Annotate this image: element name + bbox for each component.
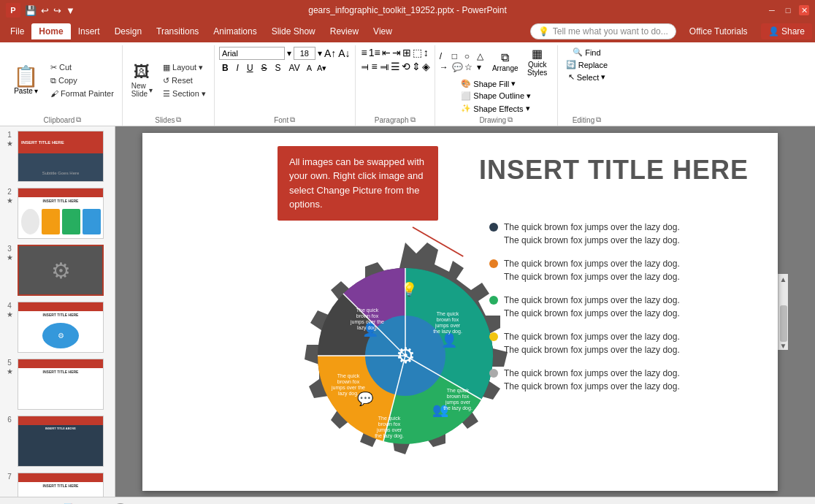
- triangle-shape[interactable]: △: [477, 51, 489, 61]
- align-center-button[interactable]: ≡: [372, 61, 378, 72]
- slide-canvas[interactable]: All images can be swapped with your own.…: [142, 133, 778, 491]
- align-text-button[interactable]: ⇕: [412, 61, 421, 72]
- find-button[interactable]: 🔍 Find: [569, 47, 604, 58]
- replace-button[interactable]: 🔄 Replace: [562, 59, 611, 70]
- paste-button[interactable]: 📋 Paste ▾: [7, 65, 45, 96]
- more-shapes[interactable]: ▾: [477, 62, 489, 72]
- font-size-dropdown-icon[interactable]: ▾: [318, 48, 322, 58]
- minimize-button[interactable]: ─: [767, 5, 777, 15]
- shadow-button[interactable]: S: [272, 62, 284, 74]
- font-expand-icon[interactable]: ⧉: [290, 115, 295, 124]
- italic-button[interactable]: I: [234, 62, 242, 74]
- slide-thumb-5[interactable]: 5 ★ INSERT TITLE HERE: [3, 357, 112, 411]
- circle-shape[interactable]: ○: [464, 51, 476, 61]
- save-icon[interactable]: 💾: [25, 5, 37, 16]
- menu-file[interactable]: File: [3, 23, 31, 39]
- slide-preview-7[interactable]: INSERT TITLE HERE Content placeholder: [18, 473, 104, 497]
- section-button[interactable]: ☰ Section ▾: [159, 88, 210, 100]
- menu-insert[interactable]: Insert: [71, 23, 107, 39]
- slide-thumb-4[interactable]: 4 ★ INSERT TITLE HERE ⚙: [3, 300, 112, 354]
- slide-preview-5[interactable]: INSERT TITLE HERE: [18, 359, 104, 410]
- align-right-button[interactable]: ⫥: [379, 61, 389, 72]
- vertical-scrollbar[interactable]: ▲ ▼: [778, 274, 788, 350]
- layout-button[interactable]: ▦ Layout ▾: [159, 61, 210, 74]
- smart-art-button[interactable]: ⬚: [413, 47, 422, 58]
- callout-shape[interactable]: 💬: [452, 62, 464, 72]
- tell-me-bar[interactable]: 💡 Tell me what you want to do...: [530, 23, 676, 39]
- copy-button[interactable]: ⧉ Copy: [47, 75, 118, 87]
- office-tutorials[interactable]: Office Tutorials: [682, 23, 755, 39]
- strikethrough-button[interactable]: S: [259, 62, 270, 74]
- slide-thumb-3[interactable]: 3 ★ ⚙: [3, 243, 112, 297]
- increase-indent-button[interactable]: ⇥: [392, 47, 401, 58]
- font-name-input[interactable]: [219, 47, 285, 60]
- arrange-button[interactable]: ⧉ Arrange: [491, 51, 520, 72]
- line-shape[interactable]: /: [440, 51, 451, 61]
- undo-icon[interactable]: ↩: [41, 5, 49, 16]
- bullets-button[interactable]: ≡: [361, 47, 367, 58]
- format-painter-button[interactable]: 🖌 Format Painter: [47, 88, 118, 99]
- align-left-button[interactable]: ⫤: [360, 61, 370, 72]
- slide-preview-1[interactable]: INSERT TITLE HERE Subtitle Goes Here: [18, 131, 104, 182]
- bold-button[interactable]: B: [219, 62, 232, 74]
- clipboard-expand-icon[interactable]: ⧉: [76, 115, 81, 124]
- scroll-down-button[interactable]: ▼: [780, 342, 787, 350]
- normal-view-button[interactable]: ⊞: [632, 501, 648, 504]
- font-increase-icon[interactable]: A↑: [324, 47, 336, 59]
- slide-thumb-7[interactable]: 7 INSERT TITLE HERE Content placeholder: [3, 471, 112, 497]
- char-spacing-button[interactable]: AV: [286, 62, 303, 74]
- drawing-expand-icon[interactable]: ⧉: [508, 115, 513, 124]
- select-button[interactable]: ↖ Select ▾: [565, 72, 610, 83]
- shape-outline-button[interactable]: ⬜ Shape Outline ▾: [457, 91, 535, 102]
- columns-button[interactable]: ⊞: [402, 47, 411, 58]
- menu-slideshow[interactable]: Slide Show: [264, 23, 323, 39]
- cut-button[interactable]: ✂ Cut: [47, 61, 118, 74]
- font-color-button[interactable]: A: [307, 64, 312, 72]
- redo-icon[interactable]: ↪: [53, 5, 61, 16]
- menu-view[interactable]: View: [366, 23, 399, 39]
- shape-fill-button[interactable]: 🎨 Shape Fill ▾: [457, 78, 535, 89]
- font-name-dropdown-icon[interactable]: ▾: [287, 48, 291, 58]
- slides-expand-icon[interactable]: ⧉: [176, 115, 181, 124]
- menu-animations[interactable]: Animations: [206, 23, 264, 39]
- scroll-up-button[interactable]: ▲: [780, 275, 787, 283]
- slide-thumb-1[interactable]: 1 ★ INSERT TITLE HERE Subtitle Goes Here: [3, 129, 112, 183]
- font-highlight-button[interactable]: A▾: [317, 64, 326, 73]
- quick-styles-button[interactable]: ▦ QuickStyles: [522, 47, 553, 77]
- slide-sorter-button[interactable]: ⊟: [654, 501, 669, 504]
- slide-preview-3[interactable]: ⚙: [18, 245, 104, 296]
- slide-preview-4[interactable]: INSERT TITLE HERE ⚙: [18, 302, 104, 353]
- numbered-list-button[interactable]: 1≡: [369, 47, 380, 58]
- slide-thumb-6[interactable]: 6 INSERT TITLE ABOVE: [3, 414, 112, 468]
- shape-effects-button[interactable]: ✨ Shape Effects ▾: [457, 103, 535, 114]
- reading-view-button[interactable]: ⊡: [675, 501, 690, 504]
- justify-button[interactable]: ☰: [391, 61, 400, 72]
- slideshow-button[interactable]: ▶: [696, 501, 711, 504]
- close-button[interactable]: ✕: [799, 5, 809, 15]
- rect-shape[interactable]: □: [452, 51, 464, 61]
- decrease-indent-button[interactable]: ⇤: [382, 47, 391, 58]
- underline-button[interactable]: U: [244, 62, 256, 74]
- share-button[interactable]: 👤 Share: [761, 23, 812, 39]
- star-shape[interactable]: ☆: [464, 62, 476, 72]
- paragraph-expand-icon[interactable]: ⧉: [410, 115, 416, 124]
- text-direction-button[interactable]: ⟲: [402, 61, 410, 72]
- slide-thumb-2[interactable]: 2 ★ INSERT TITLE HERE: [3, 186, 112, 240]
- arrow-shape[interactable]: →: [440, 62, 451, 72]
- line-spacing-button[interactable]: ↕: [424, 47, 429, 58]
- reset-button[interactable]: ↺ Reset: [159, 75, 210, 87]
- new-slide-button[interactable]: 🖼 New Slide ▾: [127, 61, 157, 100]
- scroll-thumb[interactable]: [780, 305, 787, 342]
- font-size-input[interactable]: [294, 47, 315, 60]
- slide-preview-2[interactable]: INSERT TITLE HERE: [18, 188, 104, 239]
- menu-transitions[interactable]: Transitions: [149, 23, 206, 39]
- convert-smartart-button[interactable]: ◈: [422, 61, 430, 72]
- font-decrease-icon[interactable]: A↓: [338, 47, 350, 59]
- menu-design[interactable]: Design: [107, 23, 149, 39]
- menu-review[interactable]: Review: [323, 23, 366, 39]
- slide-preview-6[interactable]: INSERT TITLE ABOVE: [18, 416, 104, 467]
- editing-expand-icon[interactable]: ⧉: [596, 115, 601, 124]
- restore-button[interactable]: □: [783, 5, 793, 15]
- menu-home[interactable]: Home: [31, 23, 70, 39]
- quick-access-more[interactable]: ▼: [66, 5, 75, 16]
